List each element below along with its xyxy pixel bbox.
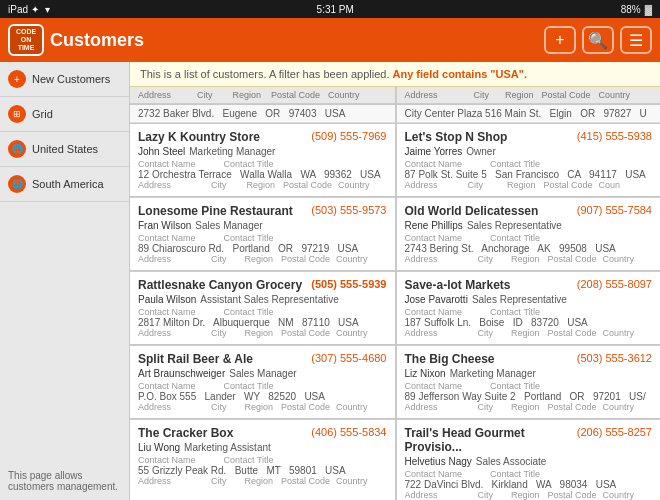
sidebar-item-south-america[interactable]: 🌐 South America: [0, 167, 129, 202]
contact-row: Liz Nixon Marketing Manager: [405, 368, 653, 379]
contact-title: Marketing Assistant: [184, 442, 271, 453]
search-button[interactable]: 🔍: [582, 26, 614, 54]
customer-phone: (503) 555-3612: [577, 352, 652, 364]
pre-header-left: 2732 Baker Blvd. Eugene OR 97403 USA: [130, 105, 395, 123]
contact-labels: Contact Name Contact Title: [405, 159, 653, 169]
customer-card-big-cheese[interactable]: The Big Cheese (503) 555-3612 Liz Nixon …: [396, 345, 661, 418]
contact-title: Marketing Manager: [450, 368, 536, 379]
status-ipad: iPad ✦: [8, 4, 39, 15]
customer-card-trails-head[interactable]: Trail's Head Gourmet Provisio... (206) 5…: [396, 419, 661, 500]
contact-title: Sales Associate: [476, 456, 547, 467]
contact-title: Sales Representative: [472, 294, 567, 305]
address-labels: Address City Region Postal Code Country: [405, 328, 653, 338]
sidebar-item-united-states[interactable]: 🌐 United States: [0, 132, 129, 167]
contact-labels: Contact Name Contact Title: [405, 233, 653, 243]
contact-title: Sales Manager: [229, 368, 296, 379]
page-title: Customers: [50, 30, 538, 51]
customer-card-save-a-lot[interactable]: Save-a-lot Markets (208) 555-8097 Jose P…: [396, 271, 661, 344]
customer-name: Save-a-lot Markets: [405, 278, 511, 292]
contact-row: Jaime Yorres Owner: [405, 146, 653, 157]
customer-name: Let's Stop N Shop: [405, 130, 508, 144]
contact-name: Liz Nixon: [405, 368, 446, 379]
address-labels: Address City Region Postal Code Country: [405, 490, 653, 500]
customer-card-old-world[interactable]: Old World Delicatessen (907) 555-7584 Re…: [396, 197, 661, 270]
sidebar-item-new-customers[interactable]: + New Customers: [0, 62, 129, 97]
contact-labels: Contact Name Contact Title: [405, 381, 653, 391]
contact-labels: Contact Name Contact Title: [138, 455, 387, 465]
card-top: Rattlesnake Canyon Grocery (505) 555-593…: [138, 278, 387, 292]
customer-phone: (505) 555-5939: [311, 278, 386, 290]
customer-name: Lonesome Pine Restaurant: [138, 204, 293, 218]
customer-card-lonesome-pine[interactable]: Lonesome Pine Restaurant (503) 555-9573 …: [130, 197, 395, 270]
customer-phone: (206) 555-8257: [577, 426, 652, 438]
customer-card-lets-stop[interactable]: Let's Stop N Shop (415) 555-5938 Jaime Y…: [396, 124, 661, 196]
address-row: 55 Grizzly Peak Rd. Butte MT 59801 USA: [138, 465, 387, 476]
contact-labels: Contact Name Contact Title: [138, 159, 387, 169]
grid-icon: ⊞: [8, 105, 26, 123]
pre-header-right: City Center Plaza 516 Main St. Elgin OR …: [396, 105, 661, 123]
address-labels: Address City Region Postal Code Country: [138, 254, 387, 264]
address-row: 187 Suffolk Ln. Boise ID 83720 USA: [405, 317, 653, 328]
card-top: Split Rail Beer & Ale (307) 555-4680: [138, 352, 387, 366]
customer-grid: Address City Region Postal Code Country …: [130, 87, 660, 500]
address-row: P.O. Box 555 Lander WY 82520 USA: [138, 391, 387, 402]
contact-labels: Contact Name Contact Title: [138, 381, 387, 391]
customer-name: Rattlesnake Canyon Grocery: [138, 278, 302, 292]
address-labels: Address City Region Postal Code Country: [405, 402, 653, 412]
customer-phone: (509) 555-7969: [311, 130, 386, 142]
address-row: 722 DaVinci Blvd. Kirkland WA 98034 USA: [405, 479, 653, 490]
contact-row: Art Braunschweiger Sales Manager: [138, 368, 387, 379]
contact-title: Sales Representative: [467, 220, 562, 231]
filter-highlight: Any field contains "USA".: [393, 68, 528, 80]
card-top: The Cracker Box (406) 555-5834: [138, 426, 387, 440]
toolbar: CODE ON TIME Customers + 🔍 ☰: [0, 18, 660, 62]
sidebar-item-label: New Customers: [32, 73, 110, 85]
address-row: 89 Jefferson Way Suite 2 Portland OR 972…: [405, 391, 653, 402]
contact-labels: Contact Name Contact Title: [405, 307, 653, 317]
customer-name: Old World Delicatessen: [405, 204, 539, 218]
contact-row: Paula Wilson Assistant Sales Representat…: [138, 294, 387, 305]
customer-name: Split Rail Beer & Ale: [138, 352, 253, 366]
address-labels: Address City Region Postal Code Country: [138, 476, 387, 486]
customer-card-rattlesnake[interactable]: Rattlesnake Canyon Grocery (505) 555-593…: [130, 271, 395, 344]
column-header-right: Address City Region Postal Code Country: [396, 87, 661, 104]
wifi-icon: ▾: [45, 4, 50, 15]
card-top: Lonesome Pine Restaurant (503) 555-9573: [138, 204, 387, 218]
customer-phone: (208) 555-8097: [577, 278, 652, 290]
contact-row: Rene Phillips Sales Representative: [405, 220, 653, 231]
customer-phone: (406) 555-5834: [311, 426, 386, 438]
contact-name: Art Braunschweiger: [138, 368, 225, 379]
customer-card-cracker-box[interactable]: The Cracker Box (406) 555-5834 Liu Wong …: [130, 419, 395, 500]
globe-icon: 🌐: [8, 140, 26, 158]
card-top: The Big Cheese (503) 555-3612: [405, 352, 653, 366]
customer-phone: (907) 555-7584: [577, 204, 652, 216]
contact-name: John Steel: [138, 146, 185, 157]
contact-name: Jose Pavarotti: [405, 294, 468, 305]
new-customers-icon: +: [8, 70, 26, 88]
customer-card-split-rail[interactable]: Split Rail Beer & Ale (307) 555-4680 Art…: [130, 345, 395, 418]
address-labels: Address City Region Postal Code Coun: [405, 180, 653, 190]
customer-name: The Cracker Box: [138, 426, 233, 440]
card-top: Old World Delicatessen (907) 555-7584: [405, 204, 653, 218]
status-bar: iPad ✦ ▾ 5:31 PM 88% ▓: [0, 0, 660, 18]
contact-name: Liu Wong: [138, 442, 180, 453]
column-header-left: Address City Region Postal Code Country: [130, 87, 395, 104]
contact-name: Paula Wilson: [138, 294, 196, 305]
sidebar-item-label: South America: [32, 178, 104, 190]
customer-card-lazy-k[interactable]: Lazy K Kountry Store (509) 555-7969 John…: [130, 124, 395, 196]
customer-name: Lazy K Kountry Store: [138, 130, 260, 144]
card-top: Let's Stop N Shop (415) 555-5938: [405, 130, 653, 144]
add-button[interactable]: +: [544, 26, 576, 54]
sidebar-item-label: United States: [32, 143, 98, 155]
menu-button[interactable]: ☰: [620, 26, 652, 54]
contact-labels: Contact Name Contact Title: [405, 469, 653, 479]
contact-title: Owner: [466, 146, 495, 157]
status-time: 5:31 PM: [317, 4, 354, 15]
sidebar-item-grid[interactable]: ⊞ Grid: [0, 97, 129, 132]
contact-name: Rene Phillips: [405, 220, 463, 231]
status-bar-left: iPad ✦ ▾: [8, 4, 50, 15]
contact-name: Helvetius Nagy: [405, 456, 472, 467]
filter-bar: This is a list of customers. A filter ha…: [130, 62, 660, 87]
status-bar-right: 88% ▓: [621, 4, 652, 15]
contact-title: Sales Manager: [195, 220, 262, 231]
